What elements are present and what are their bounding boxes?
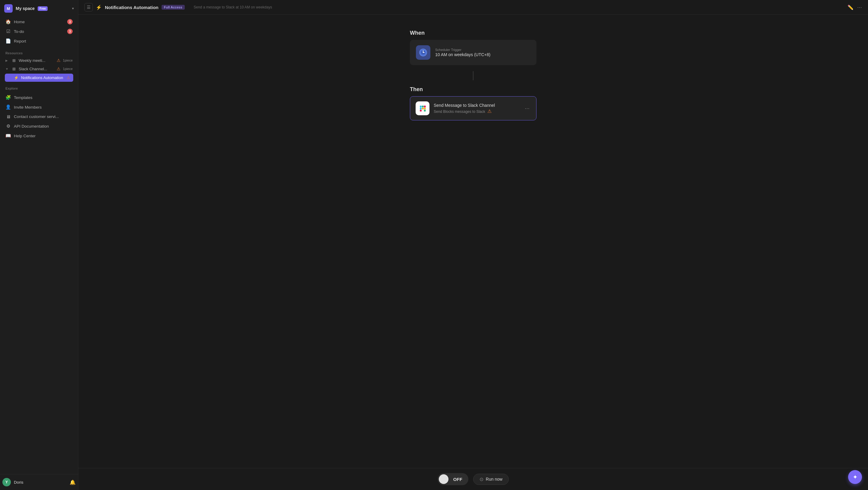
tree-label-slack: Slack Channel... [19,67,54,71]
warning-icon-automation: ⚠ [67,76,70,80]
home-icon: 🏠 [5,19,11,24]
collapse-sidebar-button[interactable]: ☰ [84,3,93,11]
action-warning-icon: ⚠ [487,109,492,114]
automation-bolt-icon: ⚡ [14,76,19,80]
sidebar: M My space Free ▾ 🏠 Home 3 ☑ To-do 3 📄 R… [0,0,79,490]
svg-rect-9 [422,108,424,110]
action-info: Send Message to Slack Channel Send Block… [434,103,495,114]
nav-label-api: API Documentation [14,124,73,128]
workspace-avatar: M [4,4,13,13]
sidebar-item-report[interactable]: 📄 Report [2,36,76,46]
count-slack: 1piece [63,67,73,70]
ellipsis-icon: ⋯ [857,4,862,10]
todo-icon: ☑ [5,29,11,34]
page-title: Notifications Automation [105,5,158,10]
access-badge: Full Access [161,5,185,10]
toggle-switch[interactable]: OFF [438,473,468,485]
topbar-subtitle: Send a message to Slack at 10 AM on week… [194,5,844,9]
svg-rect-12 [424,108,426,110]
sidebar-item-todo[interactable]: ☑ To-do 3 [2,27,76,36]
chevron-down-icon: ▾ [72,6,74,10]
topbar-title-area: ⚡ Notifications Automation Full Access [96,4,185,10]
action-card[interactable]: Send Message to Slack Channel Send Block… [410,96,536,120]
home-badge: 3 [67,19,73,24]
bell-icon[interactable]: 🔔 [70,480,76,485]
connector-line [473,71,473,80]
svg-point-4 [423,52,424,53]
svg-rect-7 [420,108,422,110]
sidebar-item-templates[interactable]: 🧩 Templates [2,93,76,102]
action-more-button[interactable]: ⋯ [524,105,531,113]
fab-button[interactable]: ✦ [848,470,862,484]
user-avatar: Y [2,478,11,486]
svg-rect-10 [420,110,422,112]
automation-label: Notifications Automation [21,76,64,80]
help-icon: 📖 [5,133,11,139]
bottom-bar: OFF ⊙ Run now [79,468,868,490]
svg-rect-13 [424,110,426,112]
workspace-header[interactable]: M My space Free ▾ [0,0,78,16]
sidebar-item-api[interactable]: ⚙ API Documentation [2,121,76,131]
action-mainlabel: Send Message to Slack Channel [434,103,495,108]
nav-label-invite: Invite Members [14,105,73,110]
nav-label-home: Home [14,20,64,24]
sidebar-item-weekly-meeting[interactable]: ▶ ⊞ Weekly meeti... ⚠ 1piece [2,56,76,64]
svg-rect-6 [420,106,422,108]
more-options-button[interactable]: ⋯ [857,4,862,10]
svg-rect-8 [422,106,424,108]
edit-button[interactable]: ✏️ [847,4,854,10]
when-heading: When [410,30,425,36]
topbar-actions: ✏️ ⋯ [847,4,862,10]
run-now-label: Run now [486,477,502,482]
slack-icon-container [415,102,430,115]
sidebar-item-home[interactable]: 🏠 Home 3 [2,17,76,27]
trigger-info: Scheduler Trigger 10 AM on weekdays (UTC… [435,48,490,57]
run-now-button[interactable]: ⊙ Run now [473,474,509,485]
scheduler-icon [416,45,430,60]
sidebar-item-contact[interactable]: 🖥 Contact customer servi... [2,112,76,121]
action-sublabel: Send Blocks messages to Slack ⚠ [434,108,495,114]
count-weekly: 1piece [63,59,73,62]
toggle-circle [439,474,448,484]
nav-label-templates: Templates [14,95,73,100]
sidebar-item-help[interactable]: 📖 Help Center [2,131,76,141]
when-section: When Scheduler Trigger 10 AM on weekdays… [410,30,536,65]
topbar-automation-icon: ⚡ [96,4,102,10]
collapse-icon: ☰ [87,5,91,10]
warning-icon-weekly: ⚠ [57,58,61,63]
then-section: Then [410,86,536,120]
report-icon: 📄 [5,38,11,44]
user-name: Doris [14,480,67,485]
more-dots-icon: ⋯ [525,106,530,111]
nav-label-report: Report [14,39,73,44]
sidebar-item-slack-channel[interactable]: ▼ ⊞ Slack Channel... ⚠ 1piece [2,64,76,73]
nav-label-todo: To-do [14,29,64,34]
topbar: ☰ ⚡ Notifications Automation Full Access… [79,0,868,15]
run-icon: ⊙ [479,477,484,482]
warning-icon-slack: ⚠ [57,66,61,71]
grid-icon-slack: ⊞ [11,67,16,71]
sidebar-item-notifications-automation[interactable]: ⚡ Notifications Automation ⚠ [5,74,73,82]
nav-label-contact: Contact customer servi... [14,114,73,119]
edit-icon: ✏️ [847,4,854,10]
grid-icon: ⊞ [11,58,16,63]
templates-icon: 🧩 [5,95,11,100]
sidebar-item-invite[interactable]: 👤 Invite Members [2,102,76,112]
trigger-sublabel: Scheduler Trigger [435,48,490,52]
resources-section-label: Resources [0,47,78,56]
tree-label-weekly: Weekly meeti... [19,58,54,63]
expand-arrow-icon: ▶ [5,59,9,62]
main-content: ☰ ⚡ Notifications Automation Full Access… [79,0,868,490]
sparkle-icon: ✦ [852,473,858,481]
plan-badge: Free [38,6,48,11]
invite-icon: 👤 [5,105,11,110]
api-icon: ⚙ [5,123,11,129]
svg-rect-11 [424,106,426,108]
sidebar-footer: Y Doris 🔔 [0,474,78,490]
explore-section-label: Explore [0,82,78,91]
contact-icon: 🖥 [5,114,11,119]
trigger-mainlabel: 10 AM on weekdays (UTC+8) [435,52,490,57]
collapse-arrow-icon: ▼ [5,67,9,70]
todo-badge: 3 [67,29,73,34]
trigger-card[interactable]: Scheduler Trigger 10 AM on weekdays (UTC… [410,40,536,65]
